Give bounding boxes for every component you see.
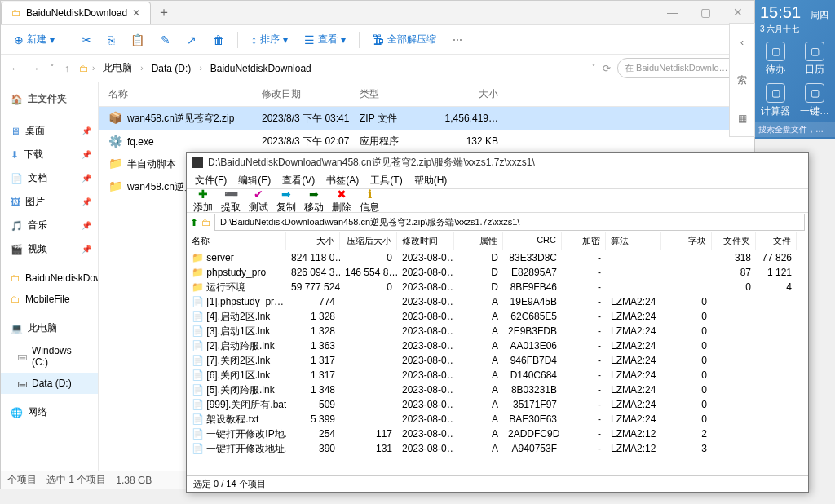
paste-button[interactable]: 📋: [124, 30, 151, 50]
zip-row[interactable]: 📄 一键打开修改地址…3901312023-08-0…AA940753F-LZM…: [187, 441, 808, 456]
sidebar-pictures[interactable]: 🖼图片📌: [1, 190, 98, 214]
delete-button[interactable]: 🗑: [206, 30, 231, 50]
breadcrumb-item[interactable]: BaiduNetdiskDownload: [205, 61, 316, 76]
maximize-button[interactable]: ▢: [689, 1, 722, 24]
back-button[interactable]: ←: [7, 60, 24, 77]
zip-row[interactable]: 📄 [7].关闭2区.lnk1 3172023-08-0…A946FB7D4-L…: [187, 353, 808, 368]
zip-col-block[interactable]: 字块: [661, 232, 712, 250]
zip-move-button[interactable]: ➡移动: [301, 188, 327, 214]
forward-button[interactable]: →: [27, 60, 43, 77]
sidebar-label: 主文件夹: [28, 92, 67, 106]
file-row[interactable]: ⚙️fq.exe2023/8/3 下午 02:07应用程序132 KB: [99, 130, 754, 153]
zip-col-enc[interactable]: 加密: [562, 232, 606, 250]
sidebar-home[interactable]: 🏠 主文件夹: [1, 86, 98, 113]
zip-row[interactable]: 📁 server824 118 0…02023-08-0…D83E33D8C-3…: [187, 250, 808, 265]
zip-cell-folders: [712, 418, 756, 420]
grid-icon[interactable]: ▦: [738, 113, 747, 124]
refresh-button[interactable]: ⟳: [603, 63, 611, 74]
zip-col-crc[interactable]: CRC: [503, 232, 562, 250]
view-button[interactable]: ☰ 查看 ▾: [298, 29, 352, 50]
zip-col-folders[interactable]: 文件夹: [712, 232, 756, 250]
up-button[interactable]: ↑: [61, 60, 73, 77]
zip-menu-item[interactable]: 帮助(H): [409, 172, 453, 189]
breadcrumb[interactable]: 🗀 › 此电脑 › Data (D:) › BaiduNetdiskDownlo…: [79, 60, 585, 77]
zip-row[interactable]: 📄 [3].启动1区.lnk1 3282023-08-0…A2E9B3FDB-L…: [187, 324, 808, 338]
column-size[interactable]: 大小: [433, 87, 515, 101]
file-row[interactable]: 📦wan458.cn逆见苍穹2.zip2023/8/3 下午 03:41ZIP …: [99, 107, 754, 130]
zip-list: 名称 大小 压缩后大小 修改时间 属性 CRC 加密 算法 字块 文件夹 文件 …: [187, 232, 808, 475]
sidebar-videos[interactable]: 🎬视频📌: [1, 237, 98, 261]
zip-col-algo[interactable]: 算法: [606, 232, 661, 250]
more-button[interactable]: ⋯: [446, 31, 469, 49]
zip-row[interactable]: 📄 [2].启动跨服.lnk1 3632023-08-0…AAA013E06-L…: [187, 338, 808, 353]
sidebar-music[interactable]: 🎵音乐📌: [1, 214, 98, 237]
sidebar-drive-d[interactable]: 🖴Data (D:): [1, 373, 98, 394]
zip-col-attr[interactable]: 属性: [454, 232, 503, 250]
zip-delete-button[interactable]: ✖删除: [329, 188, 355, 214]
chevron-down-icon[interactable]: ˅: [591, 63, 596, 74]
widget-shortcut[interactable]: ▢待办: [759, 42, 792, 77]
sidebar-desktop[interactable]: 🖥桌面📌: [1, 119, 98, 143]
zip-row[interactable]: 📄 [5].关闭跨服.lnk1 3482023-08-0…A8B03231B-L…: [187, 382, 808, 397]
desktop-search-hint[interactable]: 搜索全盘文件，…: [755, 122, 835, 137]
zip-info-button[interactable]: ℹ信息: [356, 188, 382, 214]
zip-row[interactable]: 📁 运行环境59 777 52402023-08-0…D8BF9FB46-04: [187, 280, 808, 294]
zip-row[interactable]: 📁 phpstudy_pro826 094 3…146 554 8…2023-0…: [187, 265, 808, 280]
up-icon[interactable]: ⬆: [190, 217, 198, 228]
zip-row[interactable]: 📄 [999].关闭所有.bat5092023-08-0…A35171F97-L…: [187, 397, 808, 412]
breadcrumb-item[interactable]: 此电脑: [98, 60, 137, 77]
sidebar-drive-c[interactable]: 🖴Windows (C:): [1, 340, 98, 373]
zip-row[interactable]: 📄 一键打开修改IP地…2541172023-08-0…A2ADDFC9D-LZ…: [187, 427, 808, 441]
zip-path-input[interactable]: D:\BaiduNetdiskDownload\wan458.cn逆见苍穹2.z…: [214, 214, 805, 231]
zip-test-button[interactable]: ✔测试: [245, 188, 272, 214]
new-tab-button[interactable]: ＋: [157, 4, 170, 21]
zip-col-size[interactable]: 大小: [286, 232, 340, 250]
recent-button[interactable]: ˅: [46, 60, 58, 77]
rename-button[interactable]: ✎: [154, 30, 177, 50]
column-name[interactable]: 名称: [99, 87, 262, 101]
sidebar-documents[interactable]: 📄文档📌: [1, 166, 98, 190]
breadcrumb-item[interactable]: Data (D:): [147, 61, 197, 76]
zip-menu-item[interactable]: 编辑(E): [233, 172, 276, 189]
search-input[interactable]: 在 BaiduNetdiskDownlo…: [617, 58, 748, 78]
zip-titlebar[interactable]: D:\BaiduNetdiskDownload\wan458.cn逆见苍穹2.z…: [187, 153, 808, 172]
zip-col-files[interactable]: 文件: [756, 232, 797, 250]
zip-row[interactable]: 📄 [6].关闭1区.lnk1 3172023-08-0…AD140C684-L…: [187, 368, 808, 382]
list-header: 名称 修改日期 类型 大小: [99, 82, 754, 107]
column-type[interactable]: 类型: [360, 87, 433, 101]
tab[interactable]: 🗀 BaiduNetdiskDownload ✕: [1, 2, 151, 24]
tab-close-icon[interactable]: ✕: [132, 7, 140, 19]
widget-shortcut[interactable]: ▢计算器: [759, 83, 792, 118]
cut-button[interactable]: ✂: [75, 30, 98, 50]
copy-button[interactable]: ⎘: [101, 30, 121, 50]
widget-shortcut[interactable]: ▢日历: [798, 42, 831, 77]
status-items: 个项目: [7, 473, 37, 487]
sidebar-folder[interactable]: 🗀MobileFile: [1, 289, 98, 310]
zip-row[interactable]: 📄 架设教程.txt5 3992023-08-0…ABAE30E63-LZMA2…: [187, 412, 808, 427]
widget-shortcut[interactable]: ▢一键…: [798, 83, 831, 118]
zip-col-csize[interactable]: 压缩后大小: [340, 232, 397, 250]
zip-row[interactable]: 📄 [1].phpstudy_pr…7742023-08-0…A19E9A45B…: [187, 294, 808, 309]
close-button[interactable]: ✕: [722, 1, 754, 24]
chevron-left-icon[interactable]: ‹: [740, 37, 744, 48]
sidebar-folder[interactable]: 🗀BaiduNetdiskDow: [1, 267, 98, 289]
column-date[interactable]: 修改日期: [262, 87, 360, 101]
zip-menu-item[interactable]: 查看(V): [277, 172, 320, 189]
sidebar-network[interactable]: 🌐网络: [1, 400, 98, 424]
extract-all-button[interactable]: 🗜 全部解压缩: [366, 29, 443, 50]
zip-copy-button[interactable]: ➡复制: [273, 188, 299, 214]
sidebar-thispc[interactable]: 💻此电脑: [1, 316, 98, 340]
zip-col-name[interactable]: 名称: [187, 232, 286, 250]
zip-menu-item[interactable]: 工具(T): [365, 172, 407, 189]
minimize-button[interactable]: —: [656, 1, 689, 24]
zip-row[interactable]: 📄 [4].启动2区.lnk1 3282023-08-0…A62C685E5-L…: [187, 309, 808, 324]
zip-menu-item[interactable]: 文件(F): [190, 172, 232, 189]
new-button[interactable]: ⊕ 新建 ▾: [7, 29, 61, 50]
zip-menu-item[interactable]: 书签(A): [321, 172, 364, 189]
zip-col-mtime[interactable]: 修改时间: [397, 232, 454, 250]
zip-add-button[interactable]: ✚添加: [190, 188, 216, 214]
zip-extract-button[interactable]: ➖提取: [218, 188, 244, 214]
sidebar-downloads[interactable]: ⬇下载📌: [1, 143, 98, 166]
share-button[interactable]: ↗: [180, 30, 203, 50]
sort-button[interactable]: ↕ 排序 ▾: [245, 29, 294, 50]
